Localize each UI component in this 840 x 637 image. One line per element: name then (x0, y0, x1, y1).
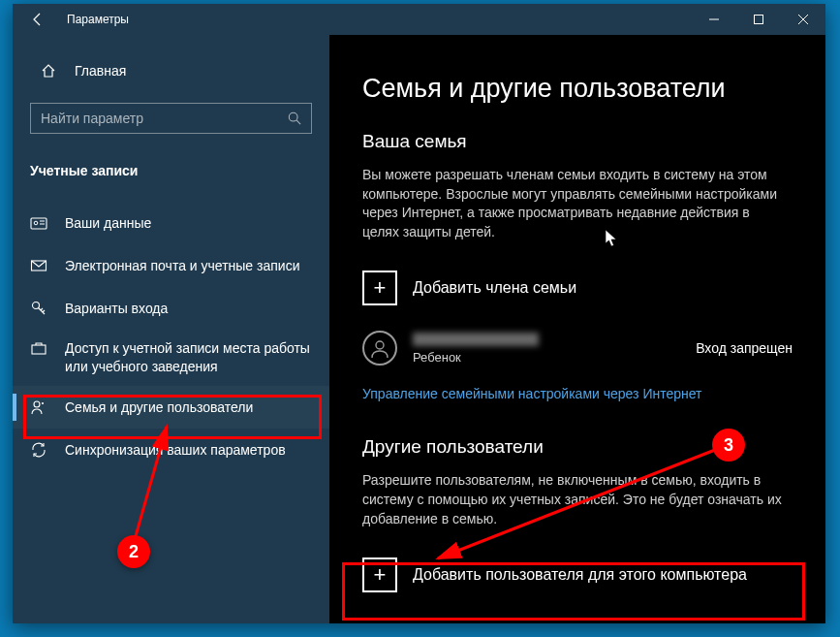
sidebar-item-label: Варианты входа (65, 301, 312, 316)
member-name-redacted (413, 333, 539, 346)
sidebar-item-label: Электронная почта и учетные записи (65, 258, 312, 273)
plus-icon: + (362, 271, 397, 305)
key-icon (30, 300, 47, 317)
close-button[interactable] (781, 4, 825, 35)
add-other-user-button[interactable]: + Добавить пользователя для этого компью… (362, 550, 793, 600)
svg-point-11 (33, 303, 40, 309)
avatar-icon (362, 331, 397, 366)
people-icon (30, 398, 47, 416)
briefcase-icon (30, 339, 47, 357)
sidebar-item-family-users[interactable]: Семья и другие пользователи (13, 386, 329, 429)
sidebar-item-sync[interactable]: Синхронизация ваших параметров (13, 429, 329, 471)
sidebar: Главная Учетные записи Ваши данные Элект… (13, 35, 329, 623)
member-role: Ребенок (413, 350, 680, 365)
home-link[interactable]: Главная (22, 54, 320, 87)
sidebar-item-email-accounts[interactable]: Электронная почта и учетные записи (13, 244, 329, 287)
window-controls (692, 4, 825, 35)
main-panel: Семья и другие пользователи Ваша семья В… (329, 35, 825, 623)
member-info: Ребенок (413, 333, 680, 365)
page-title: Семья и другие пользователи (362, 74, 793, 104)
sidebar-item-your-info[interactable]: Ваши данные (13, 202, 329, 244)
close-icon (798, 15, 808, 24)
svg-rect-12 (32, 345, 46, 354)
minimize-icon (709, 15, 719, 24)
add-other-label: Добавить пользователя для этого компьюте… (413, 566, 747, 584)
family-member-item[interactable]: Ребенок Вход запрещен (362, 327, 793, 385)
plus-icon: + (362, 557, 397, 592)
svg-point-14 (376, 341, 384, 349)
family-heading: Ваша семья (362, 131, 793, 152)
add-family-member-button[interactable]: + Добавить члена семьи (362, 263, 793, 313)
member-status: Вход запрещен (696, 340, 793, 356)
sync-icon (30, 441, 47, 459)
svg-point-4 (289, 112, 297, 121)
section-header: Учетные записи (13, 153, 329, 188)
arrow-left-icon (30, 12, 46, 27)
svg-point-13 (34, 401, 40, 407)
home-icon (40, 62, 57, 80)
add-family-label: Добавить члена семьи (413, 279, 576, 297)
content: Главная Учетные записи Ваши данные Элект… (13, 35, 825, 623)
sidebar-item-label: Семья и другие пользователи (65, 399, 312, 415)
sidebar-item-signin-options[interactable]: Варианты входа (13, 287, 329, 330)
sidebar-item-work-access[interactable]: Доступ к учетной записи места работы или… (13, 330, 329, 386)
maximize-icon (754, 15, 763, 24)
family-description: Вы можете разрешать членам семьи входить… (362, 166, 789, 241)
titlebar: Параметры (13, 4, 825, 35)
search-icon (288, 111, 301, 125)
svg-point-7 (34, 221, 38, 225)
svg-rect-1 (755, 16, 763, 24)
sidebar-item-label: Доступ к учетной записи места работы или… (65, 339, 312, 376)
mail-icon (30, 257, 47, 274)
back-button[interactable] (20, 4, 55, 35)
window-title: Параметры (55, 13, 692, 26)
svg-line-5 (296, 120, 300, 124)
manage-family-link[interactable]: Управление семейными настройками через И… (362, 386, 701, 401)
settings-window: Параметры Главная (13, 4, 825, 623)
search-input[interactable] (41, 111, 288, 126)
home-label: Главная (75, 63, 126, 79)
sidebar-item-label: Синхронизация ваших параметров (65, 442, 312, 458)
others-heading: Другие пользователи (362, 436, 793, 458)
search-box[interactable] (30, 103, 312, 134)
minimize-button[interactable] (692, 4, 736, 35)
others-description: Разрешите пользователям, не включенным в… (362, 471, 789, 528)
sidebar-item-label: Ваши данные (65, 215, 312, 231)
id-card-icon (30, 214, 47, 232)
maximize-button[interactable] (736, 4, 781, 35)
